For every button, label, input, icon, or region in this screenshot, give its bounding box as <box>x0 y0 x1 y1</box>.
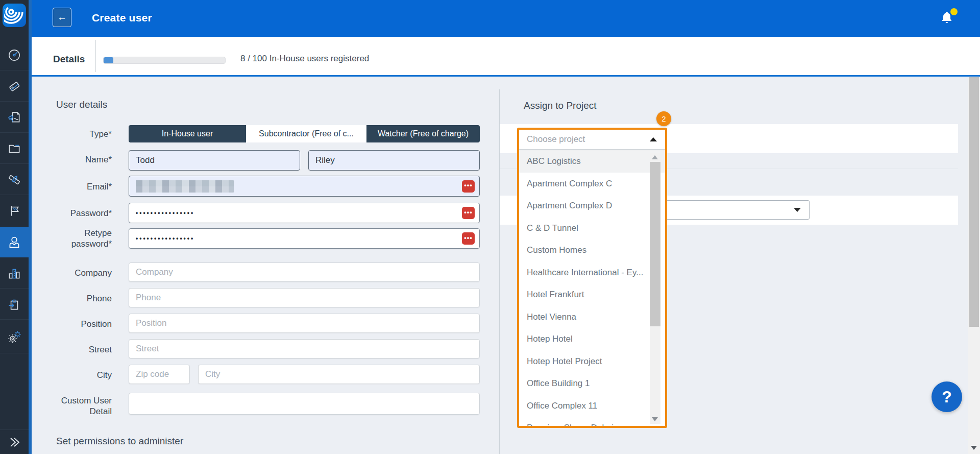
project-option[interactable]: Apartment Complex C <box>519 173 665 195</box>
sidebar-item-milestones[interactable] <box>0 196 29 226</box>
sidebar-accent-edge <box>29 0 32 454</box>
custom-user-detail-input[interactable] <box>129 393 480 415</box>
last-name-input[interactable]: Riley <box>308 150 480 171</box>
project-select[interactable]: Choose project <box>519 130 665 150</box>
user-quota-label: 8 / 100 In-House users registered <box>240 54 369 64</box>
password-label: Password* <box>46 208 112 219</box>
phone-input[interactable]: Phone <box>129 288 480 307</box>
scroll-down-icon[interactable] <box>652 417 658 421</box>
name-label: Name* <box>46 154 112 165</box>
password-manager-icon[interactable]: ••• <box>462 207 475 219</box>
page-scroll-down-icon[interactable] <box>971 446 977 450</box>
sidebar-item-statistics[interactable] <box>0 258 29 289</box>
sidebar-item-forms[interactable] <box>0 289 29 320</box>
dropdown-scrollbar-thumb[interactable] <box>650 162 660 326</box>
city-input[interactable]: City <box>198 365 480 384</box>
project-option[interactable]: Premium Shops Dubai <box>519 417 665 426</box>
project-option[interactable]: Office Building 1 <box>519 372 665 395</box>
report-icon <box>7 110 22 125</box>
question-mark-icon: ? <box>942 388 952 407</box>
password-manager-icon[interactable]: ••• <box>462 232 475 245</box>
project-dropdown-list: ABC LogisticsApartment Complex CApartmen… <box>519 150 665 426</box>
chevrons-right-icon <box>7 436 22 449</box>
type-option-inhouse[interactable]: In-House user <box>129 125 246 142</box>
chevron-down-icon <box>794 208 801 212</box>
planradar-logo-icon <box>4 5 24 26</box>
app-logo[interactable] <box>3 4 26 27</box>
retype-password-input[interactable]: •••••••••••••••• ••• <box>129 228 480 249</box>
project-option[interactable]: Hotep Hotel <box>519 328 665 350</box>
sidebar-item-settings[interactable] <box>0 321 29 353</box>
zip-code-input[interactable]: Zip code <box>129 365 190 384</box>
type-option-subcontractor[interactable]: Subcontractor (Free of c... <box>246 125 366 142</box>
back-button[interactable]: ← <box>53 8 71 27</box>
project-option[interactable]: Healthcare International - Ey... <box>519 261 665 284</box>
user-quota-progress-fill <box>104 57 113 63</box>
folder-icon <box>7 141 22 156</box>
top-header: ← Create user <box>32 0 980 37</box>
project-option[interactable]: Apartment Complex D <box>519 195 665 217</box>
position-input[interactable]: Position <box>129 314 480 333</box>
gauge-icon <box>7 47 22 63</box>
first-name-input[interactable]: Todd <box>129 150 300 171</box>
custom-user-detail-label: Custom User Detail <box>46 395 112 417</box>
project-option[interactable]: Hotel Vienna <box>519 306 665 328</box>
assign-project-heading: Assign to Project <box>524 100 597 111</box>
project-option[interactable]: Custom Homes <box>519 239 665 261</box>
chevron-up-icon <box>650 137 657 141</box>
sidebar-collapse-button[interactable] <box>0 429 29 454</box>
sidebar-item-plans[interactable] <box>0 164 29 195</box>
email-label: Email* <box>46 181 112 192</box>
settings-icon <box>7 329 22 345</box>
page-title: Create user <box>92 12 152 24</box>
dropdown-scrollbar[interactable] <box>650 153 660 424</box>
tab-details[interactable]: Details <box>53 54 85 65</box>
back-arrow-icon: ← <box>57 12 67 23</box>
project-select-placeholder: Choose project <box>527 134 585 145</box>
password-input[interactable]: •••••••••••••••• ••• <box>129 203 480 223</box>
create-user-page: ← Create user Details 8 / 100 In-House u… <box>0 0 980 454</box>
project-option[interactable]: Hotep Hotel Project <box>519 350 665 373</box>
page-scrollbar-thumb[interactable] <box>969 77 979 327</box>
retype-password-label: Retype password* <box>46 228 112 249</box>
project-option[interactable]: Office Complex 11 <box>519 395 665 417</box>
page-scrollbar[interactable] <box>968 77 980 454</box>
statistics-icon <box>7 266 22 281</box>
help-button[interactable]: ? <box>932 381 962 412</box>
project-dropdown-highlight-box: Choose project ABC LogisticsApartment Co… <box>517 128 667 428</box>
project-option[interactable]: C & D Tunnel <box>519 217 665 240</box>
notifications-button[interactable] <box>940 10 955 27</box>
sidebar-item-dashboard[interactable] <box>0 40 29 70</box>
tag-icon <box>7 79 22 94</box>
password-manager-icon[interactable]: ••• <box>462 180 475 193</box>
users-icon <box>6 234 22 250</box>
company-label: Company <box>46 268 112 278</box>
user-quota-progressbar <box>103 57 226 64</box>
plans-icon <box>7 172 22 187</box>
notification-badge-dot <box>950 8 958 15</box>
position-label: Position <box>46 319 112 329</box>
sidebar-item-users[interactable] <box>0 227 29 257</box>
tab-divider <box>95 40 96 72</box>
street-label: Street <box>46 344 112 355</box>
sidebar-item-tickets[interactable] <box>0 102 29 133</box>
tutorial-step-badge: 2 <box>656 111 671 126</box>
company-input[interactable]: Company <box>129 262 480 282</box>
sidebar <box>0 0 29 454</box>
street-input[interactable]: Street <box>129 339 480 359</box>
project-option[interactable]: ABC Logistics <box>519 150 665 173</box>
sidebar-item-tags[interactable] <box>0 71 29 102</box>
type-option-watcher[interactable]: Watcher (Free of charge) <box>366 125 480 142</box>
user-type-segmented-control: In-House user Subcontractor (Free of c..… <box>129 125 480 142</box>
email-input[interactable]: ••• <box>129 176 480 197</box>
permissions-heading: Set permissions to administer <box>56 436 183 447</box>
project-option[interactable]: Hotel Frankfurt <box>519 283 665 306</box>
type-label: Type* <box>46 129 112 139</box>
email-redacted-value <box>136 180 234 193</box>
tab-bar: Details 8 / 100 In-House users registere… <box>32 37 980 75</box>
flag-icon <box>7 203 22 219</box>
city-label: City <box>46 370 112 380</box>
user-details-heading: User details <box>56 99 107 110</box>
scroll-up-icon[interactable] <box>652 155 658 159</box>
sidebar-item-projects[interactable] <box>0 133 29 164</box>
